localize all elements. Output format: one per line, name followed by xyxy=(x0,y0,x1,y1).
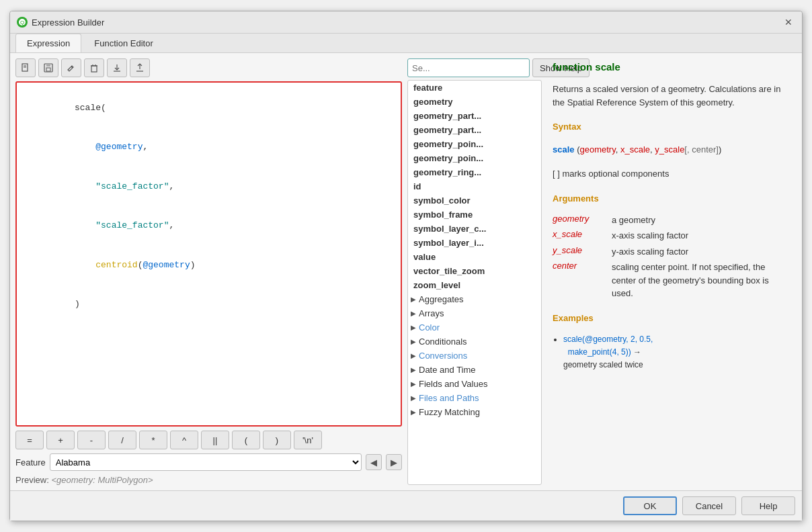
list-item[interactable]: geometry_ring... xyxy=(408,165,541,179)
operators-row: = + - / * ^ || ( ) '\n' xyxy=(15,431,402,449)
op-open-paren[interactable]: ( xyxy=(232,431,260,449)
category-label: Aggregates xyxy=(419,294,464,304)
preview-label: Preview: xyxy=(15,475,49,485)
function-list: feature geometry geometry_part... geomet… xyxy=(407,80,542,485)
list-item[interactable]: value xyxy=(408,250,541,264)
category-arrow: ▶ xyxy=(411,324,416,331)
list-item[interactable]: vector_tile_zoom xyxy=(408,264,541,278)
op-equal[interactable]: = xyxy=(15,431,44,449)
import-button[interactable] xyxy=(107,58,127,77)
category-color[interactable]: ▶ Color xyxy=(408,320,541,335)
help-button[interactable]: Help xyxy=(741,496,795,515)
code-line-6: ) xyxy=(22,285,395,324)
app-icon: Q xyxy=(17,17,28,28)
category-arrow: ▶ xyxy=(411,394,416,402)
category-fuzzy[interactable]: ▶ Fuzzy Matching xyxy=(408,405,541,419)
feature-select[interactable]: Alabama xyxy=(50,453,362,471)
cancel-button[interactable]: Cancel xyxy=(682,496,736,515)
category-conditionals[interactable]: ▶ Conditionals xyxy=(408,335,541,349)
arg-name-center: center xyxy=(553,261,606,300)
category-fields-values[interactable]: ▶ Fields and Values xyxy=(408,377,541,391)
list-item[interactable]: geometry xyxy=(408,95,541,109)
arg-name-xscale: x_scale xyxy=(553,229,606,242)
arg-name-geometry: geometry xyxy=(553,214,606,227)
list-item[interactable]: geometry_part... xyxy=(408,109,541,123)
examples-box: scale(@geometry, 2, 0.5, make_point(4, 5… xyxy=(553,333,791,372)
search-input[interactable] xyxy=(407,58,530,77)
category-label: Color xyxy=(419,322,440,332)
category-arrays[interactable]: ▶ Arrays xyxy=(408,306,541,320)
feature-label: Feature xyxy=(15,457,46,468)
syntax-label: Syntax xyxy=(553,122,791,132)
category-files-paths[interactable]: ▶ Files and Paths xyxy=(408,391,541,405)
ok-button[interactable]: OK xyxy=(623,496,677,515)
op-close-paren[interactable]: ) xyxy=(263,431,291,449)
op-newline[interactable]: '\n' xyxy=(294,431,322,449)
dialog-title: Expression Builder xyxy=(32,17,104,28)
category-conversions[interactable]: ▶ Conversions xyxy=(408,349,541,363)
title-bar: Q Expression Builder ✕ xyxy=(10,11,802,34)
svg-rect-7 xyxy=(46,68,50,71)
middle-panel: Show Help feature geometry geometry_part… xyxy=(407,58,542,485)
arg-name-yscale: y_scale xyxy=(553,245,606,259)
category-label: Date and Time xyxy=(419,365,476,375)
category-arrow: ▶ xyxy=(411,352,416,359)
list-item[interactable]: symbol_frame xyxy=(408,208,541,222)
op-divide[interactable]: / xyxy=(108,431,136,449)
code-line-2: @geometry, xyxy=(22,128,395,167)
code-editor[interactable]: scale( @geometry, "scale_factor", "scale… xyxy=(15,81,402,427)
category-label: Arrays xyxy=(419,308,444,318)
category-arrow: ▶ xyxy=(411,310,416,317)
list-item[interactable]: symbol_layer_i... xyxy=(408,236,541,250)
category-aggregates[interactable]: ▶ Aggregates xyxy=(408,292,541,306)
arguments-table: geometry a geometry x_scale x-axis scali… xyxy=(553,214,791,300)
op-minus[interactable]: - xyxy=(77,431,106,449)
list-item[interactable]: geometry_poin... xyxy=(408,151,541,165)
category-datetime[interactable]: ▶ Date and Time xyxy=(408,363,541,377)
nav-next-button[interactable]: ▶ xyxy=(386,454,402,470)
svg-text:Q: Q xyxy=(20,19,24,26)
list-item[interactable]: symbol_layer_c... xyxy=(408,222,541,236)
code-line-1: scale( xyxy=(22,88,395,128)
main-content: scale( @geometry, "scale_factor", "scale… xyxy=(10,53,802,490)
list-item[interactable]: geometry_part... xyxy=(408,123,541,137)
nav-prev-button[interactable]: ◀ xyxy=(366,454,382,470)
arg-desc-geometry: a geometry xyxy=(612,214,791,227)
delete-button[interactable] xyxy=(84,58,104,77)
category-arrow: ▶ xyxy=(411,296,416,303)
list-item[interactable]: zoom_level xyxy=(408,278,541,292)
op-plus[interactable]: + xyxy=(46,431,75,449)
category-label: Conversions xyxy=(419,351,467,361)
examples-label: Examples xyxy=(553,313,791,323)
arg-desc-xscale: x-axis scaling factor xyxy=(612,229,791,242)
list-item[interactable]: id xyxy=(408,179,541,193)
tab-bar: Expression Function Editor xyxy=(10,34,802,53)
right-panel: function scale Returns a scaled version … xyxy=(547,58,797,485)
bottom-bar: OK Cancel Help xyxy=(10,490,802,521)
category-label: Fuzzy Matching xyxy=(419,407,480,417)
search-row: Show Help xyxy=(407,58,542,77)
category-label: Fields and Values xyxy=(419,379,487,389)
op-power[interactable]: ^ xyxy=(170,431,198,449)
code-line-4: "scale_factor", xyxy=(22,206,395,246)
svg-rect-9 xyxy=(91,66,97,72)
category-arrow: ▶ xyxy=(411,338,416,345)
list-item[interactable]: feature xyxy=(408,81,541,95)
op-concat[interactable]: || xyxy=(201,431,229,449)
arg-desc-center: scaling center point. If not specified, … xyxy=(612,261,791,300)
left-panel: scale( @geometry, "scale_factor", "scale… xyxy=(15,58,402,485)
op-multiply[interactable]: * xyxy=(139,431,167,449)
close-button[interactable]: ✕ xyxy=(782,15,795,29)
arg-desc-yscale: y-axis scaling factor xyxy=(612,245,791,259)
tab-function-editor[interactable]: Function Editor xyxy=(83,34,164,52)
list-item[interactable]: symbol_color xyxy=(408,193,541,208)
category-arrow: ▶ xyxy=(411,408,416,416)
edit-button[interactable] xyxy=(61,58,81,77)
save-button[interactable] xyxy=(38,58,58,77)
code-line-3: "scale_factor", xyxy=(22,167,395,206)
new-button[interactable] xyxy=(15,58,36,77)
tab-expression[interactable]: Expression xyxy=(15,34,81,52)
list-item[interactable]: geometry_poin... xyxy=(408,137,541,151)
category-arrow: ▶ xyxy=(411,366,416,373)
export-button[interactable] xyxy=(130,58,150,77)
